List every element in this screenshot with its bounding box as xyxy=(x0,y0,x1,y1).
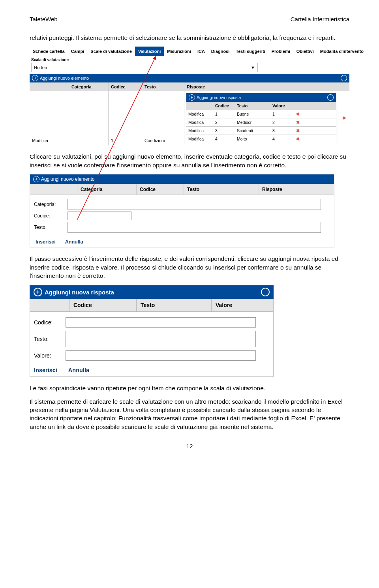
scala-value: Norton xyxy=(34,65,47,70)
cell-testo: Scadenti xyxy=(235,127,270,135)
form-actions: Inserisci Annulla xyxy=(30,237,334,247)
add-risposta-button[interactable]: + Aggiungi nuova risposta xyxy=(189,94,241,101)
paragraph: Il sistema permette di caricare le scale… xyxy=(30,397,349,431)
label-codice: Codice: xyxy=(34,213,68,219)
tab-bar: Schede cartella Campi Scale di valutazio… xyxy=(30,47,349,56)
delete-icon[interactable]: ✖ xyxy=(338,91,349,145)
modifica-link[interactable]: Modifica xyxy=(186,110,213,118)
tab-schede-cartella[interactable]: Schede cartella xyxy=(30,47,68,56)
inner-col-testo: Testo xyxy=(235,102,270,110)
add-risposta-label: Aggiungi nuova risposta xyxy=(45,289,114,296)
col-empty xyxy=(30,82,69,91)
delete-icon[interactable]: ✖ xyxy=(292,110,303,118)
screenshot-valutazioni: Schede cartella Campi Scale di valutazio… xyxy=(30,47,349,145)
page-number: 12 xyxy=(30,443,349,449)
modifica-link[interactable]: Modifica xyxy=(32,138,48,143)
add-elemento-label: Aggiungi nuovo elemento xyxy=(40,76,89,81)
cell-codice: 1 xyxy=(109,91,142,145)
categoria-input[interactable] xyxy=(68,199,321,210)
tab-obiettivi[interactable]: Obiettivi xyxy=(293,47,317,56)
cell-testo: Condizioni xyxy=(142,91,184,145)
inner-col-delete xyxy=(292,102,303,110)
testo-input[interactable] xyxy=(68,222,321,233)
delete-icon[interactable]: ✖ xyxy=(292,127,303,135)
tab-ica[interactable]: ICA xyxy=(194,47,208,56)
modifica-link[interactable]: Modifica xyxy=(186,135,213,143)
modifica-link[interactable]: Modifica xyxy=(186,127,213,135)
tab-problemi[interactable]: Problemi xyxy=(268,47,293,56)
table-row: Modifica 1 Condizioni + Aggiungi nuova r… xyxy=(30,91,349,145)
inner-row: Modifica 2 Mediocri 2 ✖ xyxy=(186,118,336,126)
inserisci-button[interactable]: Inserisci xyxy=(36,239,56,245)
tab-valutazioni[interactable]: Valutazioni xyxy=(135,47,164,56)
col-testo: Testo xyxy=(137,299,212,311)
annulla-button[interactable]: Annulla xyxy=(68,367,89,373)
add-elemento-button[interactable]: + Aggiungi nuovo elemento xyxy=(32,75,89,81)
inner-header-row: Codice Testo Valore xyxy=(186,102,336,110)
cell-testo: Buone xyxy=(235,110,270,118)
col-valore: Valore xyxy=(212,299,273,311)
label-valore: Valore: xyxy=(34,352,66,359)
add-elemento-button[interactable]: + Aggiungi nuovo elemento xyxy=(33,176,94,182)
tab-diagnosi[interactable]: Diagnosi xyxy=(208,47,233,56)
add-risposta-button[interactable]: + Aggiungi nuova risposta xyxy=(34,288,114,296)
tab-modalita-intervento[interactable]: Modalita d'intervento xyxy=(317,47,367,56)
table-header-row: Categoria Codice Testo Risposte xyxy=(30,82,349,91)
plus-icon: + xyxy=(32,75,38,81)
inner-row: Modifica 3 Scadenti 3 ✖ xyxy=(186,126,336,135)
annulla-button[interactable]: Annulla xyxy=(65,239,83,245)
table-header-row: Codice Testo Valore xyxy=(30,299,274,312)
testo-input[interactable] xyxy=(66,331,256,347)
cell-valore: 2 xyxy=(270,118,292,126)
col-testo: Testo xyxy=(184,184,259,195)
page-header: TaleteWeb Cartella Infermieristica xyxy=(30,16,349,22)
plus-icon: + xyxy=(33,176,39,182)
cell-valore: 1 xyxy=(270,110,292,118)
col-codice: Codice xyxy=(109,82,142,91)
refresh-icon[interactable] xyxy=(341,75,347,81)
add-elemento-label: Aggiungi nuovo elemento xyxy=(41,176,94,182)
col-codice: Codice xyxy=(137,184,184,195)
paragraph: Il passo successivo è l'inserimento dell… xyxy=(30,255,349,280)
screenshot-add-elemento-form: + Aggiungi nuovo elemento Categoria Codi… xyxy=(30,174,334,247)
refresh-icon[interactable] xyxy=(261,288,270,296)
form-body: Categoria: Codice: Testo: xyxy=(30,195,334,237)
inner-risposte-table: + Aggiungi nuova risposta Codice Testo V… xyxy=(186,93,336,143)
label-codice: Codice: xyxy=(34,319,66,326)
inserisci-button[interactable]: Inserisci xyxy=(34,367,57,373)
scala-select[interactable]: Norton ▼ xyxy=(31,63,258,72)
inner-col-empty xyxy=(186,102,213,110)
tab-campi[interactable]: Campi xyxy=(68,47,88,56)
tab-scale-di-valutazione[interactable]: Scale di valutazione xyxy=(87,47,135,56)
col-risposte: Risposte xyxy=(184,82,349,91)
chevron-down-icon: ▼ xyxy=(251,65,255,70)
codice-input[interactable] xyxy=(66,317,256,328)
form-actions: Inserisci Annulla xyxy=(34,364,269,374)
add-elemento-bar: + Aggiungi nuovo elemento xyxy=(30,74,349,82)
tab-testi-suggeriti[interactable]: Testi suggeriti xyxy=(233,47,268,56)
cell-valore: 4 xyxy=(270,135,292,143)
table-header-row: Categoria Codice Testo Risposte xyxy=(30,184,334,195)
add-risposta-label: Aggiungi nuova risposta xyxy=(197,95,241,100)
cell-codice: 2 xyxy=(213,118,235,126)
delete-icon[interactable]: ✖ xyxy=(292,135,303,143)
inner-col-valore: Valore xyxy=(270,102,292,110)
cell-categoria xyxy=(69,91,109,145)
inner-col-codice: Codice xyxy=(213,102,235,110)
modifica-link[interactable]: Modifica xyxy=(186,118,213,126)
tab-misurazioni[interactable]: Misurazioni xyxy=(164,47,194,56)
refresh-icon[interactable] xyxy=(327,94,334,101)
screenshot-add-risposta-form: + Aggiungi nuova risposta Codice Testo V… xyxy=(30,285,274,377)
codice-input[interactable] xyxy=(68,212,131,220)
form-body: Codice: Testo: Valore: Inserisci Annulla xyxy=(30,312,274,377)
intro-paragraph: relativi punteggi. Il sistema permette d… xyxy=(30,34,349,42)
valore-input[interactable] xyxy=(66,350,256,361)
header-left: TaleteWeb xyxy=(30,16,58,22)
delete-icon[interactable]: ✖ xyxy=(292,118,303,126)
cell-codice: 1 xyxy=(213,110,235,118)
add-elemento-bar: + Aggiungi nuovo elemento xyxy=(30,174,334,184)
plus-icon: + xyxy=(189,94,195,101)
label-testo: Testo: xyxy=(34,225,68,230)
col-empty xyxy=(30,184,77,195)
scala-label: Scala di valutazione xyxy=(30,56,349,63)
